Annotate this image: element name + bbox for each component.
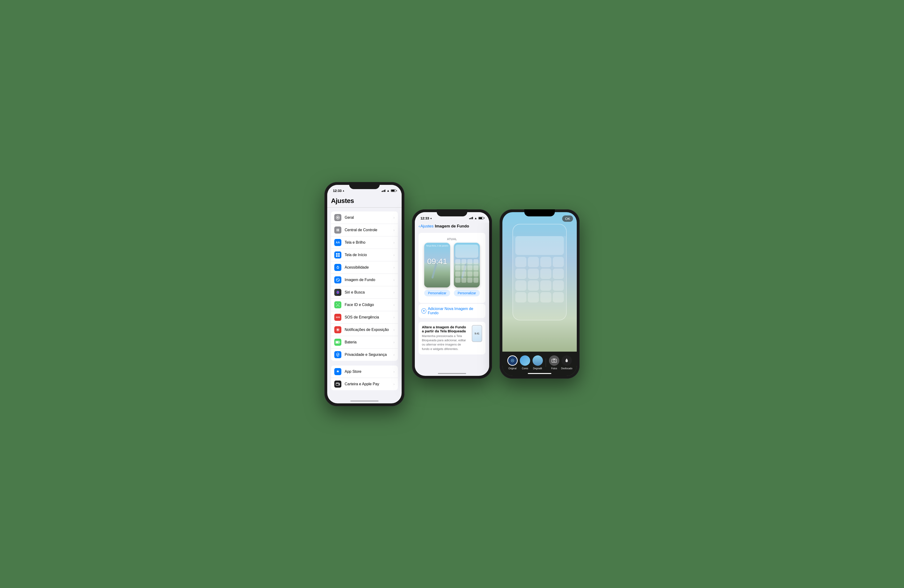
back-chevron: ‹ xyxy=(419,224,420,229)
picker-option-original[interactable]: Original xyxy=(506,355,518,370)
svg-line-27 xyxy=(337,331,337,331)
frame-app-cell xyxy=(540,281,552,291)
svg-rect-29 xyxy=(336,341,339,343)
app-icon-sm xyxy=(473,259,479,264)
bottom-picker: Original Cores Degradê xyxy=(503,352,577,376)
control-center-label: Central de Controle xyxy=(345,228,394,232)
display-icon: AA xyxy=(334,239,341,246)
home-screen-thumb xyxy=(454,243,480,287)
signal-bar-1 xyxy=(382,191,382,192)
home-personalizar-btn[interactable]: Personalizar xyxy=(454,290,480,296)
svg-point-14 xyxy=(337,266,338,267)
accessibility-icon xyxy=(334,264,341,271)
home-indicator-bar-2 xyxy=(438,373,466,374)
settings-item-sos[interactable]: SOS SOS de Emergência › xyxy=(331,311,398,324)
nav-back-wallpaper[interactable]: ‹ Ajustes xyxy=(419,224,433,229)
frame-app-cell xyxy=(528,281,539,291)
svg-rect-13 xyxy=(338,255,340,257)
phone-picker: OK xyxy=(499,209,580,379)
home-app-grid xyxy=(454,243,480,283)
settings-item-display[interactable]: AA Tela e Brilho › xyxy=(331,236,398,249)
settings-title: Ajustes xyxy=(331,197,398,205)
signal-bar-4 xyxy=(385,189,386,192)
original-circle xyxy=(507,355,518,366)
frame-app-cell xyxy=(540,257,552,267)
frame-app-grid xyxy=(513,257,566,303)
frame-app-cell xyxy=(553,281,564,291)
picker-option-degrade[interactable]: Degradê xyxy=(531,355,544,370)
battery-icon xyxy=(391,189,396,192)
frame-app-cell xyxy=(528,257,539,267)
general-label: Geral xyxy=(345,216,394,220)
picker-option-cores[interactable]: Cores xyxy=(518,355,531,370)
frame-app-cell xyxy=(528,269,539,279)
notch xyxy=(349,182,380,189)
privacy-chevron: › xyxy=(394,353,395,356)
svg-point-1 xyxy=(337,217,338,218)
settings-item-wallet[interactable]: Carteira e Apple Pay › xyxy=(331,378,398,390)
settings-item-general[interactable]: Geral › xyxy=(331,211,398,224)
settings-title-bar: Ajustes xyxy=(327,195,401,208)
svg-point-8 xyxy=(337,230,338,231)
info-phone-time: 9:41 xyxy=(475,332,479,335)
home-screen-chevron: › xyxy=(394,253,395,257)
appstore-chevron: › xyxy=(394,370,395,374)
faceid-label: Face ID e Código xyxy=(345,303,394,307)
svg-point-19 xyxy=(337,329,339,331)
exposure-icon xyxy=(334,326,341,333)
battery-chevron: › xyxy=(394,341,395,344)
nav-title-wallpaper: Imagem de Fundo xyxy=(435,224,469,229)
svg-point-17 xyxy=(337,304,338,305)
faceid-icon xyxy=(334,301,341,308)
sos-icon: SOS xyxy=(334,314,341,321)
app-icon-sm xyxy=(455,259,460,264)
notch-2 xyxy=(437,209,467,216)
settings-item-accessibility[interactable]: Acessibilidade › xyxy=(331,261,398,274)
frame-app-cell xyxy=(553,269,564,279)
settings-item-siri[interactable]: Siri e Busca › xyxy=(331,286,398,299)
degrade-label: Degradê xyxy=(533,367,542,370)
svg-line-26 xyxy=(339,328,339,329)
settings-item-battery[interactable]: Bateria › xyxy=(331,336,398,348)
picker-option-fotos[interactable]: Fotos xyxy=(548,355,560,370)
app-icon-sm xyxy=(455,271,460,277)
display-icon-text: AA xyxy=(336,241,340,244)
location-icon-2: ▲ xyxy=(430,217,432,219)
battery-fill xyxy=(391,190,395,191)
control-center-chevron: › xyxy=(394,228,395,232)
svg-rect-11 xyxy=(338,253,340,255)
add-wallpaper-label: Adicionar Nova Imagem de Fundo xyxy=(428,307,483,315)
ok-button[interactable]: OK xyxy=(562,216,573,222)
battery-settings-icon xyxy=(334,339,341,346)
home-app-row-4 xyxy=(455,277,478,283)
general-chevron: › xyxy=(394,216,395,219)
exposure-label: Notificações de Exposição xyxy=(345,328,394,332)
picker-option-desfocado[interactable]: Desfocado xyxy=(561,355,573,370)
settings-item-exposure[interactable]: Notificações de Exposição › xyxy=(331,324,398,336)
svg-rect-10 xyxy=(336,253,338,255)
wallpaper-info-title: Altere a Imagem de Fundo a partir da Tel… xyxy=(422,325,469,333)
wallpaper-preview-section: ATUAL Terça-feira, 0 de janeiro 09:41 P xyxy=(419,233,485,303)
settings-list: Geral › Central de Controle › xyxy=(327,208,401,399)
settings-item-home-screen[interactable]: Tela de Início › xyxy=(331,249,398,261)
frame-widget xyxy=(515,236,564,255)
wallpaper-info-card: Altere a Imagem de Fundo a partir da Tel… xyxy=(419,322,485,355)
general-icon xyxy=(334,214,341,221)
settings-item-control-center[interactable]: Central de Controle › xyxy=(331,224,398,236)
home-screen-label: Tela de Início xyxy=(345,253,394,257)
lock-personalizar-btn[interactable]: Personalizar xyxy=(424,290,450,296)
frame-app-cell xyxy=(553,257,564,267)
battery-fill-2 xyxy=(479,218,482,219)
app-icon-sm xyxy=(455,265,460,271)
app-icon-sm xyxy=(467,277,473,283)
svg-rect-12 xyxy=(336,255,338,257)
svg-point-18 xyxy=(338,304,338,305)
settings-item-privacy[interactable]: Privacidade e Segurança › xyxy=(331,348,398,361)
settings-item-faceid[interactable]: Face ID e Código › xyxy=(331,299,398,311)
settings-item-wallpaper[interactable]: Imagem de Fundo › xyxy=(331,274,398,286)
add-wallpaper-btn[interactable]: + Adicionar Nova Imagem de Fundo xyxy=(419,304,485,318)
home-screen-card: Personalizar xyxy=(454,243,480,296)
cores-label: Cores xyxy=(522,367,528,370)
wallpaper-content: ATUAL Terça-feira, 0 de janeiro 09:41 P xyxy=(415,231,489,371)
settings-item-appstore[interactable]: App Store › xyxy=(331,366,398,378)
